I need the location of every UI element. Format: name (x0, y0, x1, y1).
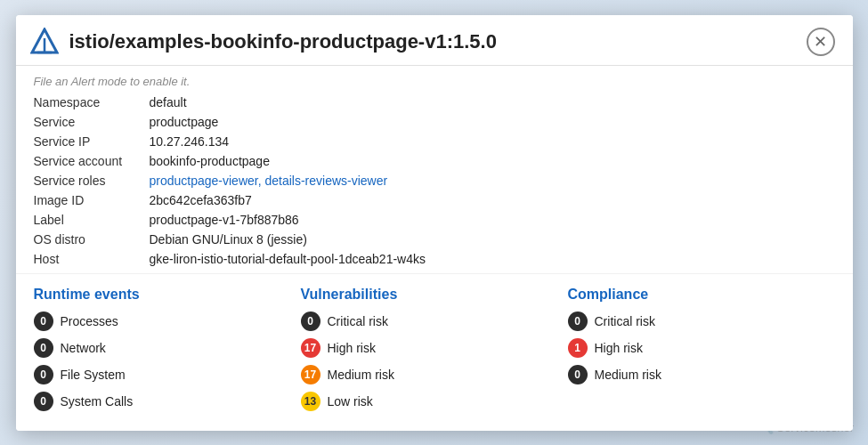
backdrop: istio/examples-bookinfo-productpage-v1:1… (0, 0, 868, 445)
metric-row: 0File System (34, 365, 301, 384)
metric-badge: 0 (34, 365, 53, 384)
metric-row: 0Processes (34, 312, 301, 331)
info-label: Namespace (34, 93, 150, 111)
compliance-section: Compliance 0Critical risk1High risk0Medi… (568, 287, 835, 418)
modal-container: istio/examples-bookinfo-productpage-v1:1… (16, 15, 853, 431)
modal-title: istio/examples-bookinfo-productpage-v1:1… (69, 30, 807, 53)
close-button[interactable]: ✕ (807, 28, 835, 56)
metric-label: Medium risk (328, 368, 394, 382)
info-label: Image ID (34, 191, 150, 209)
info-value: default (150, 93, 835, 111)
info-label: Service IP (34, 133, 150, 150)
metric-label: Medium risk (595, 368, 661, 382)
metric-row: 0Network (34, 338, 301, 358)
info-value: productpage (150, 113, 835, 131)
runtime-events-title: Runtime events (34, 287, 301, 303)
modal-bottom-section: Runtime events 0Processes0Network0File S… (16, 273, 853, 431)
metric-badge: 0 (568, 365, 588, 384)
vulnerabilities-title: Vulnerabilities (301, 287, 568, 303)
metric-row: 0Critical risk (301, 312, 568, 331)
info-label: Service (34, 113, 150, 131)
metric-label: Critical risk (595, 314, 655, 328)
metric-label: Critical risk (328, 314, 388, 328)
info-value: productpage-v1-7bf887b86 (150, 211, 835, 229)
metric-label: High risk (595, 341, 643, 355)
modal-info-section: File an Alert mode to enable it. Namespa… (16, 66, 853, 273)
runtime-events-section: Runtime events 0Processes0Network0File S… (34, 287, 301, 418)
metric-badge: 17 (301, 365, 320, 384)
info-value: Debian GNU/Linux 8 (jessie) (150, 231, 835, 248)
info-value: 10.27.246.134 (150, 133, 835, 150)
info-label: OS distro (34, 231, 150, 248)
metric-row: 0System Calls (34, 392, 301, 411)
metric-label: System Calls (61, 394, 134, 409)
metric-row: 17High risk (301, 338, 568, 358)
metric-label: High risk (328, 341, 376, 355)
metric-row: 0Critical risk (568, 312, 835, 331)
metric-label: Low risk (328, 394, 373, 409)
info-grid: NamespacedefaultServiceproductpageServic… (34, 93, 835, 268)
compliance-list: 0Critical risk1High risk0Medium risk (568, 312, 835, 384)
metric-row: 17Medium risk (301, 365, 568, 384)
info-value: bookinfo-productpage (150, 152, 835, 170)
info-value: gke-liron-istio-tutorial-default-pool-1d… (150, 250, 835, 268)
metric-badge: 17 (301, 338, 320, 358)
vulnerabilities-list: 0Critical risk17High risk17Medium risk13… (301, 312, 568, 411)
metric-row: 1High risk (568, 338, 835, 358)
metric-badge: 0 (34, 392, 53, 411)
info-value[interactable]: productpage-viewer, details-reviews-view… (150, 172, 835, 190)
metric-label: Network (61, 341, 106, 355)
metric-row: 13Low risk (301, 392, 568, 411)
info-label: Service account (34, 152, 150, 170)
metric-badge: 1 (568, 338, 588, 358)
runtime-events-list: 0Processes0Network0File System0System Ca… (34, 312, 301, 411)
metric-badge: 0 (34, 338, 53, 358)
metric-badge: 0 (301, 312, 320, 331)
metric-badge: 13 (301, 392, 320, 411)
metric-badge: 0 (34, 312, 53, 331)
compliance-title: Compliance (568, 287, 835, 303)
info-value: 2bc642cefa363fb7 (150, 191, 835, 209)
modal-header: istio/examples-bookinfo-productpage-v1:1… (16, 15, 853, 66)
info-label: Service roles (34, 172, 150, 190)
metric-label: File System (61, 368, 126, 382)
metric-badge: 0 (568, 312, 588, 331)
info-label: Label (34, 211, 150, 229)
metric-row: 0Medium risk (568, 365, 835, 384)
alert-bar: File an Alert mode to enable it. (34, 75, 835, 88)
info-label: Host (34, 250, 150, 268)
istio-logo-icon (30, 28, 59, 56)
vulnerabilities-section: Vulnerabilities 0Critical risk17High ris… (301, 287, 568, 418)
metric-label: Processes (61, 314, 118, 328)
